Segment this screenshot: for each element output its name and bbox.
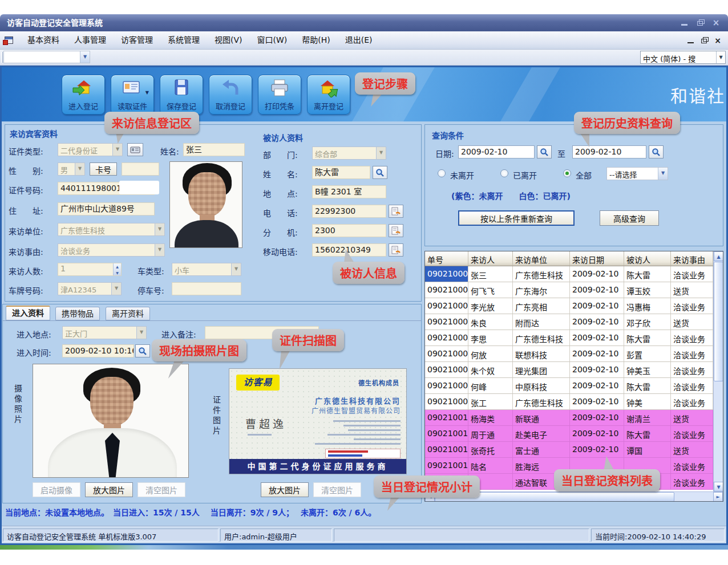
visitor-name-field[interactable]: 张三 xyxy=(183,143,245,156)
tab-entry-info[interactable]: 进入资料 xyxy=(6,306,50,320)
date-from-picker-button[interactable] xyxy=(537,145,552,158)
leave-registration-button[interactable]: 离开登记 xyxy=(307,75,350,115)
chevron-down-icon[interactable]: ▼ xyxy=(111,283,121,295)
visit-reason-select[interactable]: 洽谈业务▼ xyxy=(58,243,165,257)
radio-not-left[interactable] xyxy=(438,169,446,177)
read-card-button[interactable] xyxy=(127,143,143,156)
minimize-icon[interactable] xyxy=(679,14,689,31)
scroll-up-icon[interactable]: ▲ xyxy=(714,251,723,261)
visited-location-field[interactable]: B幢 2301 室 xyxy=(312,185,386,198)
menu-help[interactable]: 帮助(H) xyxy=(294,31,337,49)
col-header-id[interactable]: 单号 xyxy=(425,251,468,266)
quick-combo[interactable]: ▼ xyxy=(3,51,90,63)
entry-time-picker-button[interactable] xyxy=(135,344,150,357)
car-type-select[interactable]: 小车▼ xyxy=(172,263,241,276)
col-header-unit[interactable]: 来访单位 xyxy=(513,251,570,266)
menu-basic-data[interactable]: 基本资料 xyxy=(20,31,67,49)
card-number-field[interactable] xyxy=(122,162,159,176)
col-header-visited[interactable]: 被访人 xyxy=(624,251,671,266)
vertical-scrollbar[interactable]: ▲ ▼ xyxy=(713,251,723,491)
dial-ext-button[interactable] xyxy=(389,224,403,237)
child-restore-icon[interactable] xyxy=(699,36,709,45)
search-person-button[interactable] xyxy=(373,166,387,179)
start-camera-button[interactable]: 启动摄像 xyxy=(33,482,80,497)
chevron-down-icon[interactable]: ▼ xyxy=(112,144,122,156)
table-row[interactable]: 090210005 李思 广东德生科技 2009-02-10 陈大雷 洽谈业务 xyxy=(425,330,713,346)
zoom-card-button[interactable]: 放大图片 xyxy=(261,482,309,497)
dial-phone-button[interactable] xyxy=(389,205,403,218)
spinner-arrows-icon[interactable]: ▲▼ xyxy=(113,263,121,275)
requery-button[interactable]: 按以上条件重新查询 xyxy=(458,210,575,226)
tab-carried-items[interactable]: 携带物品 xyxy=(55,307,100,320)
card-number-button[interactable]: 卡号 xyxy=(90,162,117,176)
scroll-down-icon[interactable]: ▼ xyxy=(714,482,723,491)
dial-mobile-button[interactable] xyxy=(389,243,403,257)
gender-select[interactable]: 男▼ xyxy=(58,162,85,176)
scroll-right-icon[interactable]: ► xyxy=(713,492,723,502)
cert-type-select[interactable]: 二代身份证▼ xyxy=(58,143,123,156)
filter-select[interactable]: --请选择▼ xyxy=(606,167,668,180)
save-registration-button[interactable]: 保存登记 xyxy=(160,75,203,115)
visited-name-field[interactable]: 陈大雷 xyxy=(312,166,370,179)
menu-view[interactable]: 视图(V) xyxy=(207,31,250,49)
table-row[interactable]: 090210011 周于通 赴美电子 2009-02-10 陈大雷 洽谈业务 xyxy=(425,426,713,442)
table-row[interactable]: 090210007 朱个奴 理光集团 2009-02-10 钟美玉 洽谈业务 xyxy=(425,362,713,378)
table-row[interactable]: 090210006 何放 联想科技 2009-02-10 彭置 洽谈业务 xyxy=(425,346,713,362)
dept-select[interactable]: 综合部▼ xyxy=(312,147,386,160)
table-row[interactable]: 090210012 张奇托 富士通 2009-02-10 谭国 送货 xyxy=(425,442,713,458)
tab-leave-info[interactable]: 离开资料 xyxy=(106,307,150,320)
phone-field[interactable]: 22992300 xyxy=(312,205,386,218)
visit-unit-select[interactable]: 广东德生科技▼ xyxy=(58,223,165,236)
table-row[interactable]: 090210001 张三 广东德生科技 2009-02-10 陈大雷 洽谈业务 xyxy=(425,266,713,282)
chevron-down-icon[interactable]: ▼ xyxy=(231,263,241,275)
chevron-down-icon[interactable]: ▼ xyxy=(716,51,725,63)
enter-registration-button[interactable]: 进入登记 xyxy=(62,75,105,115)
table-row[interactable]: 090210002 何飞飞 广东海尔 2009-02-10 谭玉姣 送货 xyxy=(425,282,713,298)
table-row[interactable]: 090210003 李光放 广东亮相 2009-02-10 冯惠梅 洽谈业务 xyxy=(425,298,713,314)
chevron-down-icon[interactable]: ▼ xyxy=(155,244,164,256)
clear-photo-button[interactable]: 清空图片 xyxy=(137,482,185,497)
dropdown-arrow-icon[interactable]: ▼ xyxy=(145,90,149,95)
date-to-picker-button[interactable] xyxy=(649,145,664,158)
col-header-visitor[interactable]: 来访人 xyxy=(468,251,513,266)
table-row[interactable]: 090210008 何峰 中原科技 2009-02-10 陈大雷 洽谈业务 xyxy=(425,378,713,394)
menu-visitor[interactable]: 访客管理 xyxy=(114,31,160,49)
col-header-reason[interactable]: 来访事由 xyxy=(671,251,713,266)
chevron-down-icon[interactable]: ▼ xyxy=(376,147,386,159)
chevron-down-icon[interactable]: ▼ xyxy=(75,163,84,175)
menu-hr[interactable]: 人事管理 xyxy=(67,31,114,49)
chevron-down-icon[interactable]: ▼ xyxy=(658,168,668,180)
date-to-field[interactable]: 2009-02-10 xyxy=(572,145,646,158)
plate-select[interactable]: 津A12345▼ xyxy=(58,282,122,295)
cancel-registration-button[interactable]: 取消登记 xyxy=(209,75,252,115)
table-row[interactable]: 090210010 杨海类 新联通 2009-02-10 谢清兰 送货 xyxy=(425,410,713,426)
restore-icon[interactable] xyxy=(695,14,705,31)
visitor-count-stepper[interactable]: 1 ▲▼ xyxy=(58,263,122,276)
print-receipt-button[interactable]: 打印凭条 xyxy=(258,75,301,115)
chevron-down-icon[interactable]: ▼ xyxy=(136,327,146,339)
language-bar[interactable]: 中文 (简体) - 搜 ▼ xyxy=(640,51,726,64)
child-minimize-icon[interactable] xyxy=(686,36,695,45)
col-header-date[interactable]: 来访日期 xyxy=(570,251,624,266)
date-from-field[interactable]: 2009-02-10 xyxy=(458,145,535,158)
read-certificate-button[interactable]: ▼ 读取证件 xyxy=(111,75,154,115)
entry-location-select[interactable]: 正大门▼ xyxy=(62,326,147,339)
chevron-down-icon[interactable]: ▼ xyxy=(80,51,90,63)
close-icon[interactable]: × xyxy=(711,14,721,31)
parking-field[interactable] xyxy=(172,282,241,295)
zoom-photo-button[interactable]: 放大图片 xyxy=(85,482,133,497)
table-row[interactable]: 090210004 朱良 附而达 2009-02-10 邓子欣 送货 xyxy=(425,314,713,330)
address-field[interactable]: 广州市中山大道89号 xyxy=(58,202,155,216)
chevron-down-icon[interactable]: ▼ xyxy=(155,223,164,235)
ext-field[interactable]: 2300 xyxy=(312,224,386,237)
child-close-icon[interactable]: × xyxy=(713,36,722,45)
radio-all[interactable] xyxy=(563,169,571,177)
table-row[interactable]: 090210009 张工 广东德生科技 2009-02-10 钟美 洽谈业务 xyxy=(425,394,713,410)
scrollbar-thumb[interactable] xyxy=(714,262,723,381)
menu-window[interactable]: 窗口(W) xyxy=(250,31,295,49)
radio-left[interactable] xyxy=(500,169,508,177)
clear-card-button[interactable]: 清空图片 xyxy=(313,482,361,497)
entry-time-field[interactable]: 2009-02-10 10:16 xyxy=(62,344,134,357)
menu-exit[interactable]: 退出(E) xyxy=(338,31,380,49)
menu-system[interactable]: 系统管理 xyxy=(160,31,207,49)
